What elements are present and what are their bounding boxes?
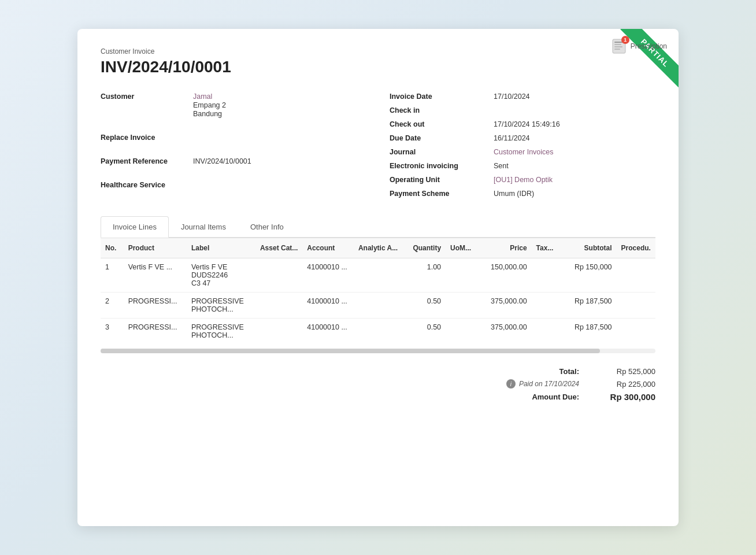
cell-tax	[532, 293, 566, 319]
healthcare-service-label: Healthcare Service	[101, 181, 193, 189]
payment-scheme-label: Payment Scheme	[390, 190, 494, 198]
customer-name[interactable]: Jamal	[193, 92, 366, 101]
col-header-product: Product	[124, 238, 187, 258]
cell-asset	[255, 293, 302, 319]
operating-unit-label: Operating Unit	[390, 176, 494, 184]
total-label: Total:	[498, 367, 579, 376]
col-header-account: Account	[302, 238, 354, 258]
cell-label: PROGRESSIVEPHOTOCH...	[187, 319, 255, 345]
table-row[interactable]: 3 PROGRESSI... PROGRESSIVEPHOTOCH... 410…	[101, 319, 655, 345]
check-in-label: Check in	[390, 106, 494, 114]
cell-tax	[532, 258, 566, 293]
customer-address-line2: Bandung	[193, 110, 366, 118]
table-row[interactable]: 1 Vertis F VE ... Vertis F VEDUDS2246C3 …	[101, 258, 655, 293]
cell-product: PROGRESSI...	[124, 319, 187, 345]
paid-prefix: Paid on	[519, 380, 543, 388]
paid-value: Rp 225,000	[598, 380, 655, 388]
prescription-badge[interactable]: 1 Prescription	[611, 38, 667, 54]
amount-due-value: Rp 300,000	[598, 392, 655, 402]
invoice-date-label: Invoice Date	[390, 92, 494, 101]
cell-product: PROGRESSI...	[124, 293, 187, 319]
col-header-analytic: Analytic A...	[354, 238, 406, 258]
paid-label: Paid on 17/10/2024	[519, 380, 579, 388]
tab-journal-items[interactable]: Journal Items	[169, 216, 238, 238]
cell-label: PROGRESSIVEPHOTOCH...	[187, 293, 255, 319]
payment-reference-value: INV/2024/10/0001	[193, 157, 366, 165]
cell-procedu	[617, 293, 655, 319]
tab-invoice-lines[interactable]: Invoice Lines	[101, 216, 169, 238]
invoice-type-label: Customer Invoice	[101, 47, 655, 56]
payment-reference-label: Payment Reference	[101, 157, 193, 165]
payment-scheme-value: Umum (IDR)	[494, 190, 655, 198]
svg-rect-2	[614, 44, 621, 45]
electronic-invoicing-value: Sent	[494, 162, 655, 170]
table-row[interactable]: 2 PROGRESSI... PROGRESSIVEPHOTOCH... 410…	[101, 293, 655, 319]
cell-procedu	[617, 258, 655, 293]
cell-analytic	[354, 319, 406, 345]
col-header-uom: UoM...	[446, 238, 480, 258]
total-value: Rp 525,000	[598, 367, 655, 376]
due-date-value: 16/11/2024	[494, 134, 655, 142]
cell-subtotal: Rp 187,500	[566, 319, 617, 345]
invoice-number: INV/2024/10/0001	[101, 58, 655, 76]
check-out-label: Check out	[390, 120, 494, 128]
electronic-invoicing-label: Electronic invoicing	[390, 162, 494, 170]
cell-procedu	[617, 319, 655, 345]
total-row: Total: Rp 525,000	[498, 367, 655, 376]
prescription-count: 1	[621, 36, 629, 44]
cell-no: 1	[101, 258, 124, 293]
table-scrollbar[interactable]	[101, 349, 655, 353]
cell-quantity: 1.00	[405, 258, 446, 293]
cell-quantity: 0.50	[405, 319, 446, 345]
left-fields: Customer Jamal Empang 2 Bandung Replace …	[101, 92, 366, 198]
tabs: Invoice Lines Journal Items Other Info	[101, 216, 655, 238]
cell-uom	[446, 258, 480, 293]
customer-value: Jamal Empang 2 Bandung	[193, 92, 366, 118]
cell-analytic	[354, 293, 406, 319]
cell-asset	[255, 258, 302, 293]
col-header-no: No.	[101, 238, 124, 258]
cell-analytic	[354, 258, 406, 293]
paid-info: i Paid on 17/10/2024	[498, 379, 579, 388]
scrollbar-thumb	[101, 349, 600, 353]
col-header-procedu: Procedu.	[617, 238, 655, 258]
invoice-card: 1 Prescription PARTIAL Customer Invoice …	[77, 29, 679, 526]
col-header-price: Price	[480, 238, 531, 258]
cell-subtotal: Rp 150,000	[566, 258, 617, 293]
col-header-quantity: Quantity	[405, 238, 446, 258]
cell-price: 375,000.00	[480, 319, 531, 345]
amount-due-label: Amount Due:	[498, 393, 579, 401]
replace-invoice-label: Replace Invoice	[101, 134, 193, 142]
journal-value[interactable]: Customer Invoices	[494, 148, 655, 156]
cell-product: Vertis F VE ...	[124, 258, 187, 293]
invoice-table: No. Product Label Asset Cat... Account A…	[101, 238, 655, 344]
cell-uom	[446, 293, 480, 319]
cell-tax	[532, 319, 566, 345]
info-icon: i	[506, 379, 516, 388]
paid-date: 17/10/2024	[544, 380, 579, 388]
cell-account: 41000010 ...	[302, 293, 354, 319]
cell-account: 41000010 ...	[302, 258, 354, 293]
table-header-row: No. Product Label Asset Cat... Account A…	[101, 238, 655, 258]
customer-label: Customer	[101, 92, 193, 101]
cell-label: Vertis F VEDUDS2246C3 47	[187, 258, 255, 293]
check-out-value: 17/10/2024 15:49:16	[494, 120, 655, 128]
customer-address: Jamal Empang 2 Bandung	[193, 92, 366, 118]
cell-no: 3	[101, 319, 124, 345]
due-date-label: Due Date	[390, 134, 494, 142]
operating-unit-value[interactable]: [OU1] Demo Optik	[494, 176, 655, 184]
card-body: Customer Invoice INV/2024/10/0001 Custom…	[77, 29, 679, 425]
col-header-tax: Tax...	[532, 238, 566, 258]
paid-row: i Paid on 17/10/2024 Rp 225,000	[498, 379, 655, 388]
cell-price: 150,000.00	[480, 258, 531, 293]
tab-other-info[interactable]: Other Info	[238, 216, 296, 238]
table-scroll: No. Product Label Asset Cat... Account A…	[101, 238, 655, 344]
prescription-icon: 1	[611, 38, 627, 54]
amount-due-row: Amount Due: Rp 300,000	[498, 392, 655, 402]
info-section: Customer Jamal Empang 2 Bandung Replace …	[101, 92, 655, 198]
cell-account: 41000010 ...	[302, 319, 354, 345]
cell-subtotal: Rp 187,500	[566, 293, 617, 319]
cell-quantity: 0.50	[405, 293, 446, 319]
col-header-asset: Asset Cat...	[255, 238, 302, 258]
col-header-subtotal: Subtotal	[566, 238, 617, 258]
